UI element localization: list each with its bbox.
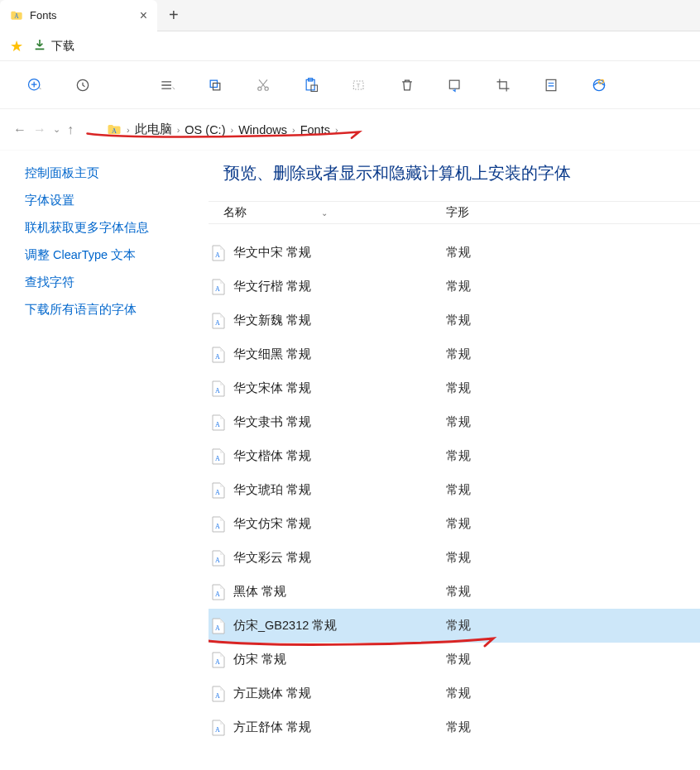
crumb-pc[interactable]: 此电脑 bbox=[135, 122, 172, 137]
font-file-icon: A bbox=[212, 313, 225, 329]
list-item[interactable]: A华文楷体 常规常规 bbox=[209, 439, 700, 473]
font-name: 华文彩云 常规 bbox=[233, 550, 311, 566]
svg-text:A: A bbox=[215, 285, 220, 293]
breadcrumb-folder-icon: A bbox=[107, 122, 122, 137]
list-item[interactable]: A华文中宋 常规常规 bbox=[209, 236, 700, 270]
tab-fonts[interactable]: A Fonts × bbox=[0, 0, 157, 31]
chevron-right-icon[interactable]: › bbox=[127, 125, 130, 135]
sidebar-font-settings[interactable]: 字体设置 bbox=[25, 193, 209, 208]
sidebar-more-fonts[interactable]: 联机获取更多字体信息 bbox=[25, 220, 209, 236]
ie-button[interactable] bbox=[586, 72, 612, 98]
svg-text:A: A bbox=[215, 319, 220, 327]
recent-dropdown[interactable]: ⌄ bbox=[53, 124, 60, 135]
font-file-icon: A bbox=[212, 516, 225, 533]
list-item[interactable]: A华文行楷 常规常规 bbox=[209, 270, 700, 304]
column-style[interactable]: 字形 bbox=[446, 205, 469, 220]
breadcrumb: A › 此电脑 › OS (C:) › Windows › Fonts › bbox=[84, 122, 338, 137]
font-file-icon: A bbox=[212, 720, 225, 736]
list-item[interactable]: A华文彩云 常规常规 bbox=[209, 541, 700, 575]
list-item[interactable]: A仿宋_GB2312 常规常规 bbox=[209, 609, 700, 643]
tab-title: Fonts bbox=[30, 9, 133, 22]
crop-button[interactable] bbox=[490, 72, 516, 98]
svg-point-6 bbox=[265, 87, 268, 90]
list-item[interactable]: A黑体 常规常规 bbox=[209, 575, 700, 609]
new-tab-button[interactable]: + bbox=[157, 6, 190, 25]
nav-arrows: ← → ⌄ ↑ bbox=[13, 122, 74, 137]
sidebar-find-char[interactable]: 查找字符 bbox=[25, 275, 209, 290]
font-file-icon: A bbox=[212, 347, 225, 363]
list-item[interactable] bbox=[209, 224, 700, 236]
font-name: 华文琥珀 常规 bbox=[233, 482, 311, 498]
svg-text:A: A bbox=[215, 489, 220, 496]
cut-button[interactable] bbox=[250, 72, 276, 98]
delete-button[interactable] bbox=[394, 72, 420, 98]
page-title: 预览、删除或者显示和隐藏计算机上安装的字体 bbox=[223, 162, 700, 184]
chevron-right-icon[interactable]: › bbox=[177, 125, 180, 135]
font-style: 常规 bbox=[446, 414, 471, 430]
list-item[interactable]: A华文细黑 常规常规 bbox=[209, 337, 700, 371]
sidebar-download-langs[interactable]: 下载所有语言的字体 bbox=[25, 302, 209, 318]
font-file-icon: A bbox=[212, 686, 225, 702]
list-item[interactable]: A方正姚体 常规常规 bbox=[209, 677, 700, 710]
move-button[interactable] bbox=[442, 72, 468, 98]
column-name[interactable]: 名称 ⌄ bbox=[209, 205, 446, 220]
crumb-windows[interactable]: Windows bbox=[238, 123, 287, 136]
font-name: 华文楷体 常规 bbox=[233, 448, 311, 464]
svg-text:T: T bbox=[357, 82, 361, 89]
list-menu-button[interactable] bbox=[154, 72, 180, 98]
crumb-drive[interactable]: OS (C:) bbox=[185, 123, 225, 136]
svg-text:A: A bbox=[215, 726, 220, 734]
rename-button[interactable]: T bbox=[346, 72, 372, 98]
svg-text:A: A bbox=[215, 692, 220, 700]
list-item[interactable]: A华文仿宋 常规常规 bbox=[209, 507, 700, 541]
svg-text:A: A bbox=[215, 523, 220, 530]
font-file-icon: A bbox=[212, 652, 225, 668]
paste-button[interactable] bbox=[298, 72, 324, 98]
chevron-right-icon[interactable]: › bbox=[292, 125, 295, 135]
font-style: 常规 bbox=[446, 482, 471, 498]
font-name: 华文新魏 常规 bbox=[233, 313, 311, 328]
svg-text:A: A bbox=[215, 591, 220, 598]
chevron-right-icon[interactable]: › bbox=[230, 125, 233, 135]
font-file-icon: A bbox=[212, 279, 225, 295]
properties-button[interactable] bbox=[538, 72, 564, 98]
font-name: 华文仿宋 常规 bbox=[233, 516, 311, 532]
list-item[interactable]: A华文新魏 常规常规 bbox=[209, 304, 700, 337]
list-item[interactable]: A方正舒体 常规常规 bbox=[209, 710, 700, 744]
list-item[interactable]: A仿宋 常规常规 bbox=[209, 643, 700, 677]
new-button[interactable] bbox=[22, 72, 48, 98]
download-favorite[interactable]: 下载 bbox=[33, 38, 74, 54]
crumb-fonts[interactable]: Fonts bbox=[300, 123, 330, 136]
list-item[interactable]: A华文宋体 常规常规 bbox=[209, 371, 700, 405]
history-button[interactable] bbox=[70, 72, 96, 98]
font-style: 常规 bbox=[446, 347, 471, 362]
list-item[interactable]: A华文隶书 常规常规 bbox=[209, 405, 700, 439]
forward-button[interactable]: → bbox=[33, 122, 46, 137]
star-icon[interactable]: ★ bbox=[10, 37, 23, 55]
close-icon[interactable]: × bbox=[140, 8, 147, 23]
font-style: 常规 bbox=[446, 448, 471, 464]
content: 预览、删除或者显示和隐藏计算机上安装的字体 名称 ⌄ 字形 A华文中宋 常规常规… bbox=[209, 151, 700, 770]
font-name: 方正舒体 常规 bbox=[233, 720, 311, 735]
svg-text:A: A bbox=[215, 624, 220, 632]
list-item[interactable]: A华文琥珀 常规常规 bbox=[209, 473, 700, 507]
main: 控制面板主页 字体设置 联机获取更多字体信息 调整 ClearType 文本 查… bbox=[0, 151, 700, 770]
sidebar-cleartype[interactable]: 调整 ClearType 文本 bbox=[25, 247, 209, 263]
font-list: A华文中宋 常规常规A华文行楷 常规常规A华文新魏 常规常规A华文细黑 常规常规… bbox=[209, 224, 700, 764]
svg-text:A: A bbox=[215, 387, 220, 395]
font-file-icon: A bbox=[212, 245, 225, 261]
svg-text:A: A bbox=[112, 127, 117, 134]
font-name: 华文细黑 常规 bbox=[233, 347, 311, 362]
favorites-bar: ★ 下载 bbox=[0, 31, 700, 61]
font-style: 常规 bbox=[446, 652, 471, 667]
copy-button[interactable] bbox=[202, 72, 228, 98]
download-icon bbox=[33, 38, 46, 54]
font-name: 仿宋 常规 bbox=[233, 652, 286, 667]
sidebar-home[interactable]: 控制面板主页 bbox=[25, 165, 209, 181]
svg-rect-13 bbox=[546, 79, 556, 90]
up-button[interactable]: ↑ bbox=[67, 122, 74, 137]
svg-text:A: A bbox=[215, 421, 220, 428]
back-button[interactable]: ← bbox=[13, 122, 26, 137]
font-style: 常规 bbox=[446, 686, 471, 701]
chevron-right-icon[interactable]: › bbox=[335, 125, 338, 135]
